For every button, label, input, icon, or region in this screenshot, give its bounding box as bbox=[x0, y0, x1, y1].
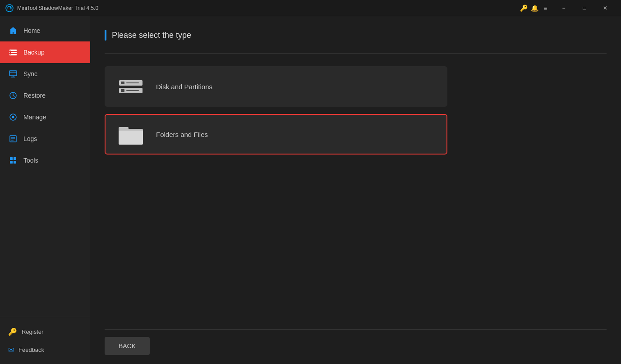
sidebar-item-backup[interactable]: Backup bbox=[0, 41, 90, 63]
svg-rect-8 bbox=[9, 72, 17, 73]
sidebar-feedback-label: Feedback bbox=[18, 346, 44, 353]
svg-rect-5 bbox=[10, 52, 11, 53]
folders-files-card[interactable]: Folders and Files bbox=[105, 114, 447, 155]
manage-icon bbox=[8, 112, 18, 122]
sidebar-item-manage[interactable]: Manage bbox=[0, 106, 90, 128]
svg-rect-21 bbox=[14, 161, 16, 164]
sidebar-item-restore[interactable]: Restore bbox=[0, 85, 90, 106]
sidebar-item-logs[interactable]: Logs bbox=[0, 128, 90, 150]
svg-rect-7 bbox=[9, 71, 17, 76]
folder-icon bbox=[116, 120, 145, 149]
svg-rect-4 bbox=[10, 50, 11, 50]
section-title-bar bbox=[105, 30, 106, 41]
sidebar-item-label-restore: Restore bbox=[23, 92, 46, 99]
backup-icon bbox=[8, 47, 18, 57]
titlebar: MiniTool ShadowMaker Trial 4.5.0 🔑 🔔 ≡ −… bbox=[0, 0, 621, 16]
mail-icon: ✉ bbox=[8, 346, 14, 354]
sidebar-item-label-sync: Sync bbox=[23, 70, 37, 77]
sidebar-item-label-tools: Tools bbox=[23, 157, 38, 164]
app-title: MiniTool ShadowMaker Trial 4.5.0 bbox=[17, 5, 519, 11]
logs-icon bbox=[8, 134, 18, 144]
type-cards-container: Disk and Partitions Folders and Files bbox=[105, 66, 447, 155]
svg-rect-20 bbox=[10, 161, 13, 164]
app-logo-icon bbox=[5, 4, 14, 12]
maximize-button[interactable]: □ bbox=[574, 0, 595, 16]
disk-bar-1 bbox=[119, 80, 143, 86]
sync-icon bbox=[8, 69, 18, 79]
section-title-row: Please select the type bbox=[105, 30, 607, 41]
svg-point-0 bbox=[6, 5, 13, 12]
svg-rect-19 bbox=[14, 157, 16, 160]
disk-partitions-label: Disk and Partitions bbox=[156, 83, 212, 91]
sidebar-item-label-manage: Manage bbox=[23, 114, 46, 121]
sidebar-nav: Home Backup bbox=[0, 20, 90, 317]
restore-icon bbox=[8, 91, 18, 100]
svg-rect-6 bbox=[10, 55, 11, 55]
sidebar-item-label-logs: Logs bbox=[23, 135, 37, 142]
tools-icon bbox=[8, 155, 18, 165]
disk-icon bbox=[116, 72, 145, 101]
sidebar-register-label: Register bbox=[22, 328, 43, 335]
sidebar-item-label-home: Home bbox=[23, 27, 40, 34]
bell-title-icon[interactable]: 🔔 bbox=[530, 4, 539, 13]
sidebar-item-sync[interactable]: Sync bbox=[0, 63, 90, 85]
svg-rect-18 bbox=[10, 157, 13, 160]
key-icon: 🔑 bbox=[8, 328, 17, 336]
disk-bar-line-2 bbox=[126, 90, 139, 91]
section-title: Please select the type bbox=[112, 31, 191, 40]
sidebar: Home Backup bbox=[0, 16, 90, 364]
bottom-bar: BACK bbox=[105, 329, 607, 355]
main-content: Please select the type Disk and Partiti bbox=[90, 16, 621, 364]
home-icon bbox=[8, 26, 18, 36]
svg-rect-23 bbox=[119, 127, 129, 131]
key-title-icon[interactable]: 🔑 bbox=[519, 4, 528, 13]
folders-files-label: Folders and Files bbox=[156, 131, 208, 138]
app-layout: Home Backup bbox=[0, 16, 621, 364]
disk-bar-line-1 bbox=[126, 82, 139, 83]
sidebar-item-feedback[interactable]: ✉ Feedback bbox=[0, 341, 90, 359]
disk-icon-wrap bbox=[119, 80, 143, 93]
menu-title-icon[interactable]: ≡ bbox=[541, 4, 550, 13]
svg-point-13 bbox=[12, 116, 14, 118]
sidebar-bottom: 🔑 Register ✉ Feedback bbox=[0, 317, 90, 364]
disk-partitions-card[interactable]: Disk and Partitions bbox=[105, 66, 447, 107]
sidebar-item-label-backup: Backup bbox=[23, 49, 45, 56]
minimize-button[interactable]: − bbox=[553, 0, 574, 16]
disk-bar-2 bbox=[119, 88, 143, 93]
close-button[interactable]: ✕ bbox=[595, 0, 616, 16]
sidebar-item-tools[interactable]: Tools bbox=[0, 150, 90, 171]
back-button[interactable]: BACK bbox=[105, 337, 150, 355]
section-divider bbox=[105, 53, 607, 54]
svg-rect-24 bbox=[119, 131, 143, 145]
sidebar-item-home[interactable]: Home bbox=[0, 20, 90, 41]
sidebar-item-register[interactable]: 🔑 Register bbox=[0, 323, 90, 341]
